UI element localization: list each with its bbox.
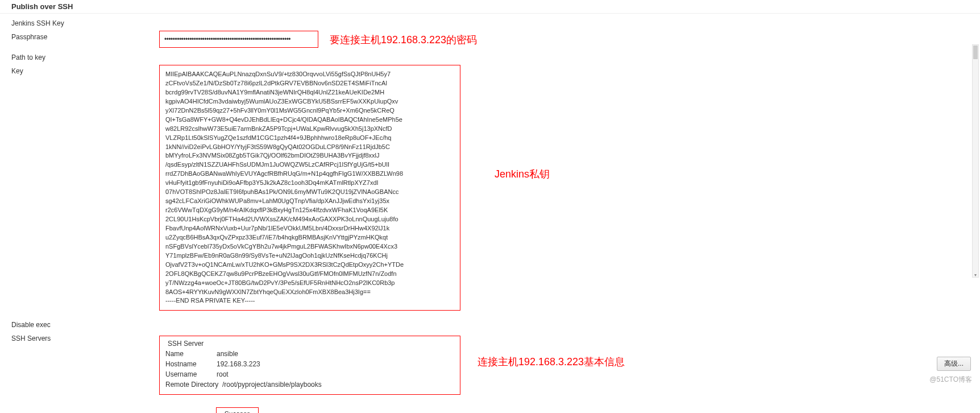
key-annotation: Jenkins私钥 (495, 167, 550, 181)
ssh-server-hostname-value[interactable]: 192.168.3.223 (217, 360, 260, 368)
jenkins-ssh-key-label: Jenkins SSH Key (11, 17, 159, 27)
ssh-server-username-value[interactable]: root (217, 370, 229, 378)
disable-exec-label: Disable exec (11, 319, 159, 329)
passphrase-input[interactable]: ••••••••••••••••••••••••••••••••••••••••… (159, 31, 318, 48)
section-title: Publish over SSH (0, 0, 980, 14)
ssh-server-heading: SSH Server (165, 340, 454, 348)
key-label: Key (11, 65, 159, 75)
ssh-server-hostname-label: Hostname (165, 360, 217, 368)
ssh-server-username-label: Username (165, 370, 217, 378)
ssh-server-section: SSH Server Name ansible Hostname 192.168… (159, 336, 460, 395)
watermark: @51CTO博客 (929, 375, 972, 385)
ssh-server-remote-dir-value[interactable]: /root/pyproject/ansible/playbooks (222, 381, 322, 389)
scrollbar[interactable]: ▴ ▾ (972, 44, 979, 278)
ssh-servers-label: SSH Servers (11, 332, 159, 342)
passphrase-annotation: 要连接主机192.168.3.223的密码 (330, 33, 477, 47)
ssh-server-remote-dir-label: Remote Directory (165, 381, 222, 389)
server-annotation: 连接主机192.168.3.223基本信息 (477, 355, 625, 369)
path-to-key-label: Path to key (11, 51, 159, 61)
advanced-button[interactable]: 高级... (937, 357, 971, 371)
scrollbar-thumb[interactable] (973, 46, 978, 59)
passphrase-label: Passphrase (11, 31, 159, 41)
ssh-server-name-value[interactable]: ansible (217, 350, 238, 358)
key-textarea[interactable]: MIIEpAIBAAKCAQEAuPLNnazqDxnSuV9/+tz830Or… (159, 65, 460, 311)
scroll-down-icon[interactable]: ▾ (973, 272, 978, 278)
success-status: Success (216, 407, 259, 413)
ssh-server-name-label: Name (165, 350, 217, 358)
